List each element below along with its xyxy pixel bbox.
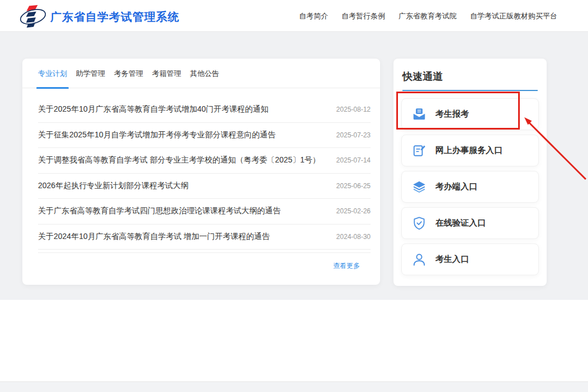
notice-date: 2025-07-14 xyxy=(336,156,371,164)
list-item[interactable]: 关于广东省高等教育自学考试四门思想政治理论课课程考试大纲的通告 2025-02-… xyxy=(38,199,371,224)
quick-link-online-services[interactable]: 网上办事服务入口 xyxy=(401,135,539,166)
notice-card: 专业计划 助学管理 考务管理 考籍管理 其他公告 关于2025年10月广东省高等… xyxy=(22,59,380,285)
quick-link-candidate-portal[interactable]: 考生入口 xyxy=(401,243,539,275)
nav-link-textbook-platform[interactable]: 自学考试正版教材购买平台 xyxy=(470,11,557,21)
tab-study-support[interactable]: 助学管理 xyxy=(76,59,105,88)
notice-title-link[interactable]: 关于调整我省高等教育自学考试 部分专业主考学校的通知（粤考委〔2025〕1号） xyxy=(38,155,320,165)
tab-exam-registry[interactable]: 考籍管理 xyxy=(152,59,181,88)
footer: 政府网站 找错 事业单位 政务服务 | 网站导航 主办单位：广东省教育考试院 版… xyxy=(0,300,588,381)
list-item[interactable]: 关于调整我省高等教育自学考试 部分专业主考学校的通知（粤考委〔2025〕1号） … xyxy=(38,148,371,174)
page: 广东省自学考试管理系统 自考简介 自考暂行条例 广东省教育考试院 自学考试正版教… xyxy=(0,0,588,392)
quick-access-title: 快速通道 xyxy=(393,59,547,90)
notice-date: 2025-08-12 xyxy=(336,106,371,113)
notice-list: 关于2025年10月广东省高等教育自学考试增加40门开考课程的通知 2025-0… xyxy=(22,88,380,271)
notice-title-link[interactable]: 关于2024年10月广东省高等教育自学考试 增加一门开考课程的通告 xyxy=(38,232,270,242)
notice-title-link[interactable]: 2026年起执行专业新计划部分课程考试大纲 xyxy=(38,181,188,191)
nav-link-regulations[interactable]: 自考暂行条例 xyxy=(342,11,385,21)
tab-major-plan[interactable]: 专业计划 xyxy=(38,59,67,88)
quick-link-online-verification[interactable]: 在线验证入口 xyxy=(401,207,539,239)
tab-exam-affairs[interactable]: 考务管理 xyxy=(114,59,143,88)
view-more-row: 查看更多 xyxy=(38,253,371,271)
notice-title-link[interactable]: 关于2025年10月广东省高等教育自学考试增加40门开考课程的通知 xyxy=(38,104,268,114)
quick-link-label: 网上办事服务入口 xyxy=(435,145,502,156)
list-item[interactable]: 2026年起执行专业新计划部分课程考试大纲 2025-06-25 xyxy=(38,174,371,199)
quick-link-label: 在线验证入口 xyxy=(435,218,486,228)
document-edit-icon xyxy=(412,144,426,158)
site-title: 广东省自学考试管理系统 xyxy=(50,9,179,25)
nav-link-intro[interactable]: 自考简介 xyxy=(299,11,328,21)
envelope-icon xyxy=(412,107,426,122)
notice-date: 2024-08-30 xyxy=(336,233,371,241)
bottom-strip xyxy=(0,381,588,392)
notice-title-link[interactable]: 关于广东省高等教育自学考试四门思想政治理论课课程考试大纲的通告 xyxy=(38,206,281,216)
notice-date: 2025-02-26 xyxy=(336,207,371,215)
view-more-link[interactable]: 查看更多 xyxy=(333,262,360,270)
layers-icon xyxy=(412,180,426,194)
nav-link-exam-authority[interactable]: 广东省教育考试院 xyxy=(399,11,457,21)
quick-access-card: 快速通道 考生报考 网上办事服务入口 xyxy=(393,59,547,286)
notice-tabs: 专业计划 助学管理 考务管理 考籍管理 其他公告 xyxy=(22,59,380,88)
list-item[interactable]: 关于征集2025年10月自学考试增加开考停考专业部分课程意向的通告 2025-0… xyxy=(38,123,371,149)
list-item[interactable]: 关于2025年10月广东省高等教育自学考试增加40门开考课程的通知 2025-0… xyxy=(38,97,371,123)
notice-title-link[interactable]: 关于征集2025年10月自学考试增加开考停考专业部分课程意向的通告 xyxy=(38,130,276,140)
site-logo-icon xyxy=(18,4,48,28)
quick-link-candidate-registration[interactable]: 考生报考 xyxy=(401,98,539,130)
user-icon xyxy=(412,252,426,267)
quick-link-label: 考生报考 xyxy=(435,109,469,119)
notice-date: 2025-06-25 xyxy=(336,182,371,190)
header: 广东省自学考试管理系统 自考简介 自考暂行条例 广东省教育考试院 自学考试正版教… xyxy=(0,0,588,32)
quick-link-label: 考生入口 xyxy=(435,254,469,265)
tab-other-notices[interactable]: 其他公告 xyxy=(190,59,219,88)
notice-date: 2025-07-23 xyxy=(336,131,371,139)
quick-link-exam-office-portal[interactable]: 考办端入口 xyxy=(401,171,539,203)
quick-links: 考生报考 网上办事服务入口 考办端入口 xyxy=(393,91,547,275)
shield-check-icon xyxy=(412,216,426,231)
quick-link-label: 考办端入口 xyxy=(435,181,477,192)
list-item[interactable]: 关于2024年10月广东省高等教育自学考试 增加一门开考课程的通告 2024-0… xyxy=(38,224,371,250)
top-nav: 自考简介 自考暂行条例 广东省教育考试院 自学考试正版教材购买平台 xyxy=(299,0,557,32)
